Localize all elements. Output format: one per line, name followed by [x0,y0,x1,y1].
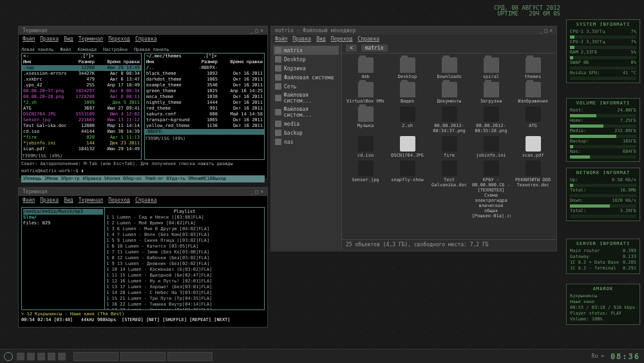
maximize-icon[interactable]: □ [544,28,547,34]
file-item[interactable]: КРБУ - 00.00.000.CБ - [TEXHOTEX] Схема э… [471,161,511,219]
menu-item[interactable]: Правка [40,197,59,203]
track-row[interactable]: 1 8 12 Lumen - Бабочки (Без[03:02]FLA] [106,255,263,261]
tray[interactable]: Ru ⌨ [592,353,604,359]
file-item[interactable]: РЕКВИЗИТЫ ООО Технотех.doc [513,161,553,219]
file-row[interactable]: *2.sh1099Дек 5 2011 [22,100,141,106]
track-row[interactable]: 1 14 20 Lumen - С Небес На 3[03:03]FLA] [106,290,263,296]
file-row[interactable]: .xsession-errors34427KАвг 8 08:34 [22,71,141,77]
menu-item[interactable]: Вид [64,197,73,203]
filemanager-window[interactable]: matrix - Файловый менеджер _□× ФайлПравк… [270,26,557,251]
track-row[interactable]: 1 1 Lumen - Сид и Ненси ([03:08]FLA] [106,215,263,221]
file-row[interactable]: nightly_theme1444Окт 16 2011 [145,100,264,106]
mc-left-panel[interactable]: <- .[^]> ИмяРазмерВремя правки .swp12288… [21,53,142,160]
file-item[interactable]: deb [346,57,385,79]
file-item[interactable]: fire [430,136,469,158]
mc-right-panel[interactable]: ~/.moc/themes .[^]> ИмяРазмерВремя правк… [144,53,265,160]
file-item[interactable]: Изображения [513,82,553,104]
fm-titlebar[interactable]: matrix - Файловый менеджер _□× [271,26,556,35]
track-row[interactable]: 1 3 6 Lumen - Мне В Другую [04:02]FLA] [106,226,263,232]
mc-menubar[interactable]: ФайлПравкаВидТерминалПереходСправка [19,35,267,43]
file-row[interactable]: .xxkbrc479Авг 6 13:47 [22,77,141,83]
file-row[interactable]: darkdot_theme1065Окт 16 2011 [145,77,264,83]
sidebar-item[interactable]: matrix [274,46,339,55]
track-row[interactable]: 1 13 17 Lumen - Хорошо! (Без[03:01]FLA] [106,284,263,290]
file-row[interactable]: 08.08.20~37.png1824297Авг 8 08:34 [22,88,141,94]
back-icon[interactable]: < [346,44,357,52]
file-row[interactable]: cd.iso44144Июл 30 14:39 [22,129,141,135]
file-item[interactable]: ATG [513,106,553,133]
file-item[interactable]: VirtualBox VMs [346,82,385,104]
minimize-icon[interactable]: _ [251,28,254,34]
track-row[interactable]: 1 11 15 Lumen - Выходной (Бе[02:47]FLA] [106,273,263,279]
track-row[interactable]: 1 5 9 Lumen - Синяя Птица ([03:02]FLA] [106,238,263,244]
track-row[interactable]: 1 4 7 Lumen - Волк (Без Ком[03:03]FLA] [106,232,263,238]
sidebar-item[interactable]: backup [274,128,339,137]
file-item[interactable]: Загрузки [471,82,511,104]
menu-item[interactable]: Файл [275,36,287,42]
file-row[interactable]: example_theme3546Окт 16 2011 [145,83,264,88]
file-item[interactable]: themes [513,57,553,79]
file-row[interactable]: .swp12288Июн 29 14:49 [22,65,141,71]
menu-item[interactable]: Файл [23,197,35,203]
menu-item[interactable]: Справка [135,36,157,42]
sidebar-item[interactable]: Desktop [274,55,339,64]
sidebar-item[interactable]: nas [274,137,339,146]
track-row[interactable]: 1 12 16 Lumen - Ну и Пусть! [02:01]FLA] [106,279,263,284]
file-row[interactable]: .ypo_42255Апр 17 18:49 [22,83,141,88]
task-button[interactable] [120,352,166,361]
menu-item[interactable]: Правка [292,36,311,42]
file-item[interactable]: 08.08.2012-08:34:37.png [430,106,469,133]
file-row[interactable]: red_theme991Окт 16 2011 [145,106,264,112]
file-row[interactable]: transpar~kground1065Окт 16 2011 [145,117,264,123]
launcher-icon[interactable] [17,353,24,360]
mc-prompt[interactable]: matrix@matrix-work:~$ ▮ [21,168,265,174]
cmus-playlist[interactable]: Playlist 1 1 Lumen - Сид и Ненси ([03:08… [105,207,265,310]
menu-item[interactable]: Терминал [79,36,104,42]
file-item[interactable]: Desktop [388,57,427,79]
file-row[interactable]: ATG3697Июл 27 09:41 [22,106,141,112]
menu-item[interactable]: Переход [331,36,353,42]
file-row[interactable]: black_theme1092Окт 16 2011 [145,71,264,77]
launcher-icon[interactable] [37,353,45,360]
menu-item[interactable]: Терминал [79,197,104,203]
file-row[interactable]: Sensor.jpg221669Июн 13 11:12 [22,117,141,123]
track-row[interactable]: 1 16 22 Lumen - Тишина Внутр[04:14]FLA] [106,302,263,308]
menu-item[interactable]: Вид [316,36,325,42]
track-row[interactable]: 1 10 14 Lumen - Космонавт (Б|03:02]FLA] [106,267,263,273]
taskbar-clock[interactable]: 08:36 [611,352,640,361]
mc-fkeys[interactable]: 1Помощь 2Меню 3Про~тр 4Правка 5Копия 6Пе… [21,175,265,182]
track-row[interactable]: 1 7 11 Lumen - Зима (Без Ко[03:08]FLA] [106,250,263,255]
fm-menubar[interactable]: ФайлПравкаВидПереходСправка [271,35,556,43]
sidebar-item[interactable]: Файловая система [274,73,339,82]
minimize-icon[interactable]: _ [251,189,254,195]
launcher-icon[interactable] [48,353,55,360]
file-item[interactable]: DSCN1764.JPG [388,136,427,158]
file-item[interactable]: Видео [388,82,427,104]
launcher-icon[interactable] [27,353,35,360]
file-row[interactable]: *fire820Авг 1 11:13 [22,135,141,141]
track-row[interactable]: 1 17 23 Lumen - Навсегда (Тр[03:36]FLA] [106,308,263,310]
track-row[interactable]: 1 9 13 Lumen - Дневник (Без[02:02]FLA] [106,261,263,267]
task-button[interactable] [167,352,213,361]
mc-titlebar[interactable]: Терминал _□× [19,26,267,35]
file-row[interactable]: green_theme1025Апр 16 14:25 [145,88,264,94]
fm-sidebar[interactable]: matrixDesktopКорзинаФайловая системаСеть… [271,43,342,250]
cmus-menubar[interactable]: ФайлПравкаВидТерминалПереходСправка [19,196,267,204]
file-row[interactable]: /..-ВВЕРХ- [145,65,264,71]
file-item[interactable]: jobinfo.ini [471,136,511,158]
file-row[interactable]: Test Gal~ika.doc12800Мар 11 14:14 [22,123,141,129]
cmus-titlebar[interactable]: Терминал _□× [19,188,267,196]
file-item[interactable]: 08.08.2012-08:35:28.png [471,106,511,133]
maximize-icon[interactable]: □ [255,28,258,34]
file-item[interactable]: snapfly-show [388,161,427,219]
menu-item[interactable]: Справка [135,197,157,203]
close-icon[interactable]: × [549,28,553,34]
file-row[interactable]: DSCN1764.JPG5553109Июл 4 12:02 [22,112,141,117]
cmus-window[interactable]: Терминал _□× ФайлПравкаВидТерминалПерехо… [18,187,268,328]
sidebar-item[interactable]: Корзина [274,64,339,73]
menu-item[interactable]: Справка [357,36,379,42]
menu-item[interactable]: Переход [108,36,130,42]
file-row[interactable]: 08.08.20~28.png1728288Авг 8 08:11 [22,94,141,100]
track-row[interactable]: 1 6 10 Lumen - Катится [03:05]FLA] [106,244,263,250]
file-row[interactable]: *jobinfo.ini144Дек 23 2011 [22,141,141,146]
